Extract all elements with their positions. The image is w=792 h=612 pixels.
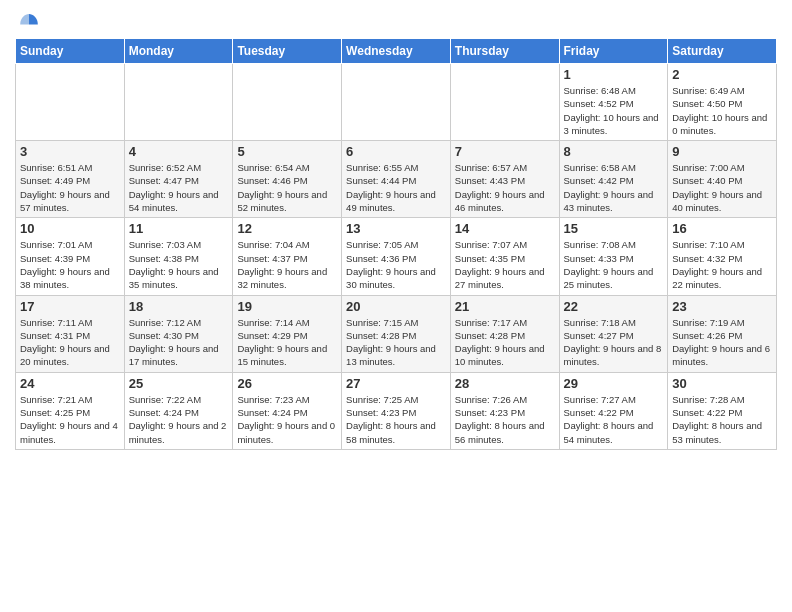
cell-info: Sunrise: 7:15 AM: [346, 316, 446, 329]
cell-info: Sunset: 4:28 PM: [346, 329, 446, 342]
cell-info: Sunset: 4:49 PM: [20, 174, 120, 187]
cell-info: Sunset: 4:35 PM: [455, 252, 555, 265]
cell-info: Daylight: 9 hours and 52 minutes.: [237, 188, 337, 215]
cell-3-1: 10Sunrise: 7:01 AMSunset: 4:39 PMDayligh…: [16, 218, 125, 295]
cell-info: Daylight: 9 hours and 17 minutes.: [129, 342, 229, 369]
day-number: 16: [672, 221, 772, 236]
cell-3-4: 13Sunrise: 7:05 AMSunset: 4:36 PMDayligh…: [342, 218, 451, 295]
cell-info: Daylight: 8 hours and 56 minutes.: [455, 419, 555, 446]
day-number: 20: [346, 299, 446, 314]
cell-info: Daylight: 9 hours and 4 minutes.: [20, 419, 120, 446]
cell-info: Daylight: 10 hours and 3 minutes.: [564, 111, 664, 138]
day-number: 6: [346, 144, 446, 159]
week-row-4: 17Sunrise: 7:11 AMSunset: 4:31 PMDayligh…: [16, 295, 777, 372]
cell-info: Sunset: 4:42 PM: [564, 174, 664, 187]
cell-info: Sunrise: 7:25 AM: [346, 393, 446, 406]
cell-info: Sunrise: 7:26 AM: [455, 393, 555, 406]
cell-info: Sunrise: 7:21 AM: [20, 393, 120, 406]
day-number: 22: [564, 299, 664, 314]
cell-info: Daylight: 9 hours and 46 minutes.: [455, 188, 555, 215]
cell-info: Sunset: 4:44 PM: [346, 174, 446, 187]
cell-info: Sunrise: 6:58 AM: [564, 161, 664, 174]
day-number: 18: [129, 299, 229, 314]
cell-info: Daylight: 9 hours and 43 minutes.: [564, 188, 664, 215]
header-day-tuesday: Tuesday: [233, 39, 342, 64]
cell-1-6: 1Sunrise: 6:48 AMSunset: 4:52 PMDaylight…: [559, 64, 668, 141]
day-number: 8: [564, 144, 664, 159]
cell-3-3: 12Sunrise: 7:04 AMSunset: 4:37 PMDayligh…: [233, 218, 342, 295]
cell-5-2: 25Sunrise: 7:22 AMSunset: 4:24 PMDayligh…: [124, 372, 233, 449]
cell-info: Sunset: 4:37 PM: [237, 252, 337, 265]
cell-2-7: 9Sunrise: 7:00 AMSunset: 4:40 PMDaylight…: [668, 141, 777, 218]
week-row-5: 24Sunrise: 7:21 AMSunset: 4:25 PMDayligh…: [16, 372, 777, 449]
cell-info: Daylight: 10 hours and 0 minutes.: [672, 111, 772, 138]
page: SundayMondayTuesdayWednesdayThursdayFrid…: [0, 0, 792, 460]
day-number: 9: [672, 144, 772, 159]
cell-2-5: 7Sunrise: 6:57 AMSunset: 4:43 PMDaylight…: [450, 141, 559, 218]
cell-3-5: 14Sunrise: 7:07 AMSunset: 4:35 PMDayligh…: [450, 218, 559, 295]
cell-info: Sunrise: 7:17 AM: [455, 316, 555, 329]
cell-info: Daylight: 8 hours and 53 minutes.: [672, 419, 772, 446]
calendar-header: SundayMondayTuesdayWednesdayThursdayFrid…: [16, 39, 777, 64]
header-day-wednesday: Wednesday: [342, 39, 451, 64]
cell-2-6: 8Sunrise: 6:58 AMSunset: 4:42 PMDaylight…: [559, 141, 668, 218]
cell-info: Sunset: 4:38 PM: [129, 252, 229, 265]
cell-info: Sunrise: 7:03 AM: [129, 238, 229, 251]
cell-info: Sunrise: 7:04 AM: [237, 238, 337, 251]
cell-info: Sunrise: 7:10 AM: [672, 238, 772, 251]
cell-5-4: 27Sunrise: 7:25 AMSunset: 4:23 PMDayligh…: [342, 372, 451, 449]
day-number: 19: [237, 299, 337, 314]
cell-5-1: 24Sunrise: 7:21 AMSunset: 4:25 PMDayligh…: [16, 372, 125, 449]
cell-info: Sunset: 4:25 PM: [20, 406, 120, 419]
cell-info: Sunrise: 6:48 AM: [564, 84, 664, 97]
cell-1-1: [16, 64, 125, 141]
cell-info: Sunset: 4:36 PM: [346, 252, 446, 265]
cell-info: Sunset: 4:46 PM: [237, 174, 337, 187]
cell-info: Daylight: 9 hours and 6 minutes.: [672, 342, 772, 369]
cell-4-7: 23Sunrise: 7:19 AMSunset: 4:26 PMDayligh…: [668, 295, 777, 372]
header: [15, 10, 777, 30]
cell-info: Daylight: 9 hours and 2 minutes.: [129, 419, 229, 446]
cell-info: Daylight: 9 hours and 13 minutes.: [346, 342, 446, 369]
cell-info: Daylight: 9 hours and 40 minutes.: [672, 188, 772, 215]
day-number: 26: [237, 376, 337, 391]
day-number: 29: [564, 376, 664, 391]
cell-info: Sunrise: 7:05 AM: [346, 238, 446, 251]
cell-info: Sunset: 4:52 PM: [564, 97, 664, 110]
cell-info: Sunrise: 7:22 AM: [129, 393, 229, 406]
cell-info: Sunrise: 7:18 AM: [564, 316, 664, 329]
cell-info: Sunrise: 7:14 AM: [237, 316, 337, 329]
cell-5-7: 30Sunrise: 7:28 AMSunset: 4:22 PMDayligh…: [668, 372, 777, 449]
cell-4-1: 17Sunrise: 7:11 AMSunset: 4:31 PMDayligh…: [16, 295, 125, 372]
cell-2-1: 3Sunrise: 6:51 AMSunset: 4:49 PMDaylight…: [16, 141, 125, 218]
cell-1-4: [342, 64, 451, 141]
header-row: SundayMondayTuesdayWednesdayThursdayFrid…: [16, 39, 777, 64]
cell-info: Daylight: 9 hours and 32 minutes.: [237, 265, 337, 292]
day-number: 23: [672, 299, 772, 314]
cell-info: Sunrise: 7:00 AM: [672, 161, 772, 174]
cell-5-5: 28Sunrise: 7:26 AMSunset: 4:23 PMDayligh…: [450, 372, 559, 449]
cell-info: Daylight: 9 hours and 20 minutes.: [20, 342, 120, 369]
cell-info: Sunset: 4:28 PM: [455, 329, 555, 342]
cell-info: Sunrise: 7:07 AM: [455, 238, 555, 251]
cell-info: Daylight: 9 hours and 54 minutes.: [129, 188, 229, 215]
day-number: 28: [455, 376, 555, 391]
day-number: 4: [129, 144, 229, 159]
cell-info: Sunrise: 7:28 AM: [672, 393, 772, 406]
cell-4-5: 21Sunrise: 7:17 AMSunset: 4:28 PMDayligh…: [450, 295, 559, 372]
cell-3-2: 11Sunrise: 7:03 AMSunset: 4:38 PMDayligh…: [124, 218, 233, 295]
week-row-2: 3Sunrise: 6:51 AMSunset: 4:49 PMDaylight…: [16, 141, 777, 218]
cell-info: Daylight: 9 hours and 57 minutes.: [20, 188, 120, 215]
header-day-sunday: Sunday: [16, 39, 125, 64]
day-number: 17: [20, 299, 120, 314]
logo-text: [15, 10, 41, 34]
cell-info: Daylight: 9 hours and 49 minutes.: [346, 188, 446, 215]
cell-2-4: 6Sunrise: 6:55 AMSunset: 4:44 PMDaylight…: [342, 141, 451, 218]
calendar-body: 1Sunrise: 6:48 AMSunset: 4:52 PMDaylight…: [16, 64, 777, 450]
day-number: 21: [455, 299, 555, 314]
cell-info: Sunset: 4:23 PM: [346, 406, 446, 419]
cell-2-3: 5Sunrise: 6:54 AMSunset: 4:46 PMDaylight…: [233, 141, 342, 218]
day-number: 5: [237, 144, 337, 159]
logo-icon: [17, 10, 41, 34]
day-number: 10: [20, 221, 120, 236]
